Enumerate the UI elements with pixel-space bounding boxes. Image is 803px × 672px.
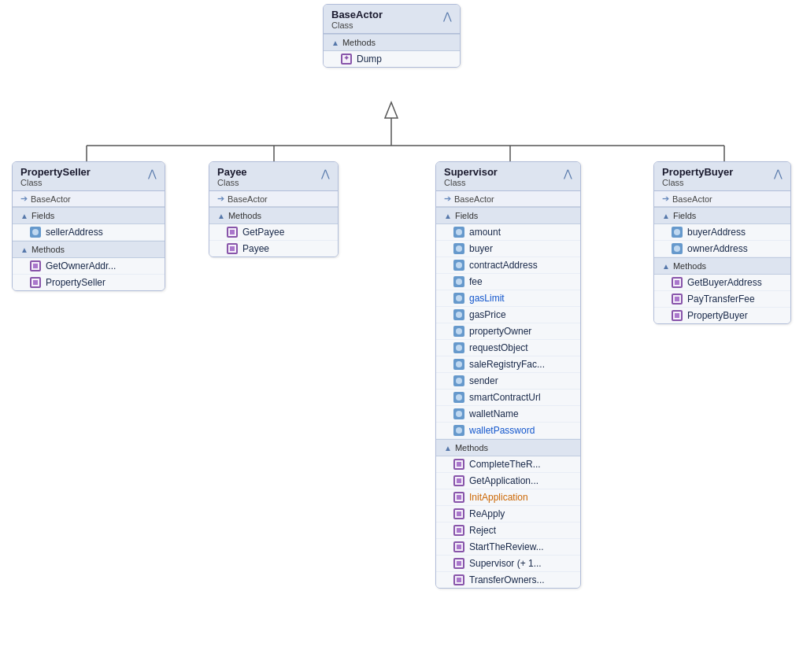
payee-methods-section: ▲ Methods (209, 207, 338, 224)
supervisor-field-sender[interactable]: sender (436, 373, 580, 390)
supervisor-field-fee[interactable]: fee (436, 274, 580, 290)
contractaddress-icon (453, 260, 464, 271)
property-buyer-method-constructor[interactable]: PropertyBuyer (654, 308, 790, 323)
supervisor-method-reject[interactable]: Reject (436, 522, 580, 539)
smartcontracturl-icon (453, 392, 464, 403)
supervisor-field-propertyowner[interactable]: propertyOwner (436, 323, 580, 340)
dump-icon (341, 54, 352, 65)
getbuyeraddress-icon (672, 277, 683, 288)
supervisor-method-startthereview[interactable]: StartTheReview... (436, 539, 580, 556)
paytransferfee-icon (672, 294, 683, 305)
supervisor-method-getapplication[interactable]: GetApplication... (436, 473, 580, 489)
supervisor-field-contractaddress[interactable]: contractAddress (436, 257, 580, 274)
baseactor-name: BaseActor (331, 9, 383, 20)
propertyowner-icon (453, 326, 464, 337)
property-seller-card: PropertySeller Class ⋀ ➔ BaseActor ▲ Fie… (12, 161, 165, 291)
fee-icon (453, 276, 464, 287)
completether-icon (453, 459, 464, 470)
connectors-svg (0, 0, 803, 672)
property-seller-field-selleraddress[interactable]: sellerAddress (13, 224, 165, 241)
getowneraddr-icon (30, 260, 41, 271)
supervisor-method-transferowners[interactable]: TransferOwners... (436, 572, 580, 588)
supervisor-type: Class (444, 178, 498, 187)
payee-method-constructor[interactable]: Payee (209, 241, 338, 257)
supervisor-field-buyer[interactable]: buyer (436, 241, 580, 257)
property-seller-header: PropertySeller Class ⋀ (13, 162, 165, 191)
payee-collapse-icon[interactable]: ⋀ (321, 168, 330, 179)
supervisor-method-reapply[interactable]: ReApply (436, 506, 580, 522)
walletname-icon (453, 408, 464, 419)
property-seller-fields-section: ▲ Fields (13, 207, 165, 224)
propertybuyer-method-icon (672, 310, 683, 321)
property-buyer-name: PropertyBuyer (662, 166, 733, 178)
supervisor-method-completether[interactable]: CompleteTheR... (436, 456, 580, 473)
startthereview-icon (453, 541, 464, 552)
property-buyer-fields-section: ▲ Fields (654, 207, 790, 224)
reject-icon (453, 525, 464, 536)
property-buyer-card: PropertyBuyer Class ⋀ ➔ BaseActor ▲ Fiel… (653, 161, 791, 324)
requestobject-icon (453, 342, 464, 353)
buyer-icon (453, 243, 464, 254)
baseactor-card: BaseActor Class ⋀ ▲ Methods Dump (323, 4, 461, 68)
amount-icon (453, 227, 464, 238)
property-buyer-methods-section: ▲ Methods (654, 257, 790, 275)
property-buyer-type: Class (662, 178, 733, 187)
payee-header: Payee Class ⋀ (209, 162, 338, 191)
supervisor-inherit: ➔ BaseActor (436, 191, 580, 207)
property-seller-method-constructor[interactable]: PropertySeller (13, 275, 165, 290)
property-buyer-field-owneraddress[interactable]: ownerAddress (654, 241, 790, 257)
initapplication-icon (453, 492, 464, 503)
payee-inherit: ➔ BaseActor (209, 191, 338, 207)
supervisor-field-walletpassword[interactable]: walletPassword (436, 423, 580, 439)
reapply-icon (453, 508, 464, 519)
owneraddress-icon (672, 243, 683, 254)
supervisor-collapse-icon[interactable]: ⋀ (564, 168, 572, 179)
property-seller-type: Class (20, 178, 91, 187)
supervisor-fields-section: ▲ Fields (436, 207, 580, 224)
diagram-container: BaseActor Class ⋀ ▲ Methods Dump Propert… (0, 0, 803, 672)
property-buyer-method-paytransferfee[interactable]: PayTransferFee (654, 291, 790, 308)
walletpassword-icon (453, 425, 464, 436)
property-buyer-inherit: ➔ BaseActor (654, 191, 790, 207)
buyeraddress-icon (672, 227, 683, 238)
payee-method-getpayee[interactable]: GetPayee (209, 224, 338, 241)
transferowners-icon (453, 574, 464, 585)
supervisor-field-requestobject[interactable]: requestObject (436, 340, 580, 356)
property-buyer-method-getbuyeraddress[interactable]: GetBuyerAddress (654, 275, 790, 291)
property-seller-method-getowneraddr[interactable]: GetOwnerAddr... (13, 258, 165, 275)
payee-name: Payee (217, 166, 247, 178)
supervisor-field-gaslimit[interactable]: gasLimit (436, 290, 580, 307)
supervisor-card: Supervisor Class ⋀ ➔ BaseActor ▲ Fields … (435, 161, 581, 589)
baseactor-method-dump[interactable]: Dump (324, 51, 460, 67)
supervisor-methods-section: ▲ Methods (436, 439, 580, 456)
baseactor-collapse-icon[interactable]: ⋀ (443, 10, 452, 22)
gaslimit-icon (453, 293, 464, 304)
supervisor-method-initapplication[interactable]: InitApplication (436, 489, 580, 506)
supervisor-field-gasprice[interactable]: gasPrice (436, 307, 580, 323)
getapplication-icon (453, 475, 464, 486)
payee-method-icon (227, 243, 238, 254)
property-buyer-collapse-icon[interactable]: ⋀ (774, 168, 783, 179)
getpayee-icon (227, 227, 238, 238)
supervisor-method-icon (453, 558, 464, 569)
property-seller-methods-section: ▲ Methods (13, 241, 165, 258)
property-seller-collapse-icon[interactable]: ⋀ (148, 168, 157, 179)
property-buyer-field-buyeraddress[interactable]: buyerAddress (654, 224, 790, 241)
baseactor-methods-section: ▲ Methods (324, 34, 460, 51)
supervisor-name: Supervisor (444, 166, 498, 178)
baseactor-body: ▲ Methods Dump (324, 34, 460, 67)
baseactor-type: Class (331, 20, 383, 30)
supervisor-field-saleregistryfac[interactable]: saleRegistryFac... (436, 356, 580, 373)
supervisor-field-walletname[interactable]: walletName (436, 406, 580, 423)
supervisor-field-amount[interactable]: amount (436, 224, 580, 241)
supervisor-header: Supervisor Class ⋀ (436, 162, 580, 191)
supervisor-method-constructor[interactable]: Supervisor (+ 1... (436, 556, 580, 572)
baseactor-header: BaseActor Class ⋀ (324, 5, 460, 34)
property-buyer-header: PropertyBuyer Class ⋀ (654, 162, 790, 191)
property-seller-name: PropertySeller (20, 166, 91, 178)
svg-marker-6 (385, 102, 398, 118)
property-seller-inherit: ➔ BaseActor (13, 191, 165, 207)
gasprice-icon (453, 309, 464, 320)
payee-card: Payee Class ⋀ ➔ BaseActor ▲ Methods GetP… (209, 161, 339, 257)
supervisor-field-smartcontracturl[interactable]: smartContractUrl (436, 390, 580, 406)
